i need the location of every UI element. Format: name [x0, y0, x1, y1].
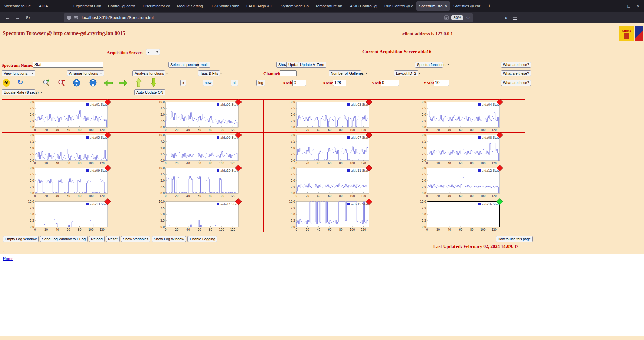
site-permissions-icon[interactable] — [74, 15, 79, 20]
unzoom-x-icon[interactable] — [73, 79, 80, 87]
zero-button[interactable]: Zero — [315, 62, 326, 68]
acquisition-servers-select[interactable]: - — [146, 49, 160, 55]
svg-text:80: 80 — [470, 228, 474, 231]
view-functions-select[interactable]: View functions — [2, 70, 35, 76]
spectrum-panel-aida12[interactable]: 10.07.55.02.50.0020406080100120aida12 St… — [394, 166, 525, 199]
browser-tab-7[interactable]: FADC Align & C — [244, 1, 277, 11]
what-are-these-button-3[interactable]: What are these? — [501, 80, 531, 86]
url-bar[interactable]: localhost:8015/Spectrum/Spectrum.tml 80%… — [64, 13, 473, 22]
log-button-5[interactable]: Show Log Window — [152, 236, 186, 242]
how-to-use-button[interactable]: How to use this page — [496, 236, 533, 242]
new-button[interactable]: new — [203, 80, 213, 86]
radiation-icon[interactable]: ☢ — [3, 79, 10, 87]
log-button-4[interactable]: Show Variables — [121, 236, 151, 242]
tags-fits-select[interactable]: Tags & Fits — [198, 70, 220, 76]
all-button[interactable]: all — [231, 80, 238, 86]
zoom-indicator[interactable]: 80% — [451, 15, 463, 20]
pan-right-icon[interactable] — [119, 80, 128, 86]
spectrum-panel-aida09[interactable]: 10.07.55.02.50.0020406080100120aida09 St… — [2, 166, 133, 199]
pan-down-icon[interactable] — [151, 78, 157, 87]
log-button-2[interactable]: Reload — [89, 236, 105, 242]
browser-tab-1[interactable]: AIDA — [36, 1, 70, 11]
browser-tab-8[interactable]: System wide Ch — [278, 1, 312, 11]
log-button-3[interactable]: Reset — [106, 236, 120, 242]
spectrum-panel-aida11[interactable]: 10.07.55.02.50.0020406080100120aida11 St… — [264, 166, 394, 199]
bookmark-star-icon[interactable]: ☆ — [466, 15, 470, 20]
what-are-these-button-1[interactable]: What are these? — [501, 62, 531, 68]
x-button[interactable]: x — [180, 80, 186, 86]
browser-tab-13[interactable]: Statistics @ car — [451, 1, 485, 11]
xmin-input[interactable] — [292, 80, 306, 86]
browser-tab-0[interactable]: Welcome to Ce — [2, 1, 36, 11]
browser-tab-9[interactable]: Temperature an — [313, 1, 346, 11]
spectrum-name-input[interactable] — [33, 62, 103, 68]
spectrum-panel-aida01[interactable]: 10.07.55.02.50.0020406080100120aida01 St… — [2, 100, 133, 133]
zoom-out-icon[interactable] — [58, 79, 65, 87]
browser-tab-10[interactable]: ASIC Control @ — [347, 1, 381, 11]
spectrum-panel-aida02[interactable]: 10.07.55.02.50.0020406080100120aida02 St… — [133, 100, 264, 133]
unzoom-y-icon[interactable] — [89, 79, 97, 87]
arrange-functions-select[interactable]: Arrange functions — [67, 70, 104, 76]
svg-text:80: 80 — [339, 195, 343, 198]
toolbar-overflow-icon[interactable]: » — [505, 15, 508, 21]
browser-tab-12[interactable]: Spectrum Bro× — [416, 1, 450, 11]
log-button-0[interactable]: Empty Log Window — [3, 236, 39, 242]
analysis-functions-select[interactable]: Analysis functions — [132, 70, 165, 76]
back-icon[interactable]: ← — [3, 15, 13, 21]
select-spectrum-dropdown[interactable]: Select a spectrum — [168, 62, 197, 68]
multi-button[interactable]: multi — [199, 62, 210, 68]
spectrum-panel-aida13[interactable]: 10.07.55.02.50.0020406080100120aida13 St… — [2, 199, 133, 232]
tab-close-icon[interactable]: × — [445, 4, 447, 9]
spectrum-panel-aida06[interactable]: 10.07.55.02.50.0020406080100120aida06 St… — [133, 133, 264, 166]
refresh-spectra-icon[interactable]: ↻ — [17, 78, 23, 87]
zoom-in-icon[interactable] — [42, 79, 50, 87]
reload-icon[interactable]: ↻ — [23, 15, 33, 21]
close-icon[interactable]: × — [637, 4, 639, 9]
svg-text:5.0: 5.0 — [291, 179, 296, 182]
browser-tab-4[interactable]: Discriminator co — [140, 1, 174, 11]
svg-text:2.5: 2.5 — [30, 119, 34, 122]
what-are-these-button-2[interactable]: What are these? — [501, 70, 531, 76]
spectra-functions-select[interactable]: Spectra functions — [415, 62, 443, 68]
ymax-input[interactable] — [434, 80, 449, 86]
channel-input[interactable] — [280, 70, 297, 76]
pan-left-icon[interactable] — [104, 80, 113, 86]
pan-up-icon[interactable] — [136, 78, 142, 87]
reader-view-icon[interactable] — [444, 15, 449, 20]
minimize-icon[interactable]: − — [618, 4, 621, 9]
spectrum-panel-aida08[interactable]: 10.07.55.02.50.0020406080100120aida08 St… — [394, 133, 525, 166]
current-acquisition-server: Current Acquisition Server aida16 — [362, 49, 431, 55]
spectrum-panel-aida16[interactable]: 10.07.55.02.50.0020406080100120aida16 St… — [394, 199, 525, 232]
maximize-icon[interactable]: □ — [628, 4, 630, 9]
menu-icon[interactable]: ☰ — [513, 15, 517, 21]
log-button-1[interactable]: Send Log Window to ELog — [40, 236, 88, 242]
forward-icon[interactable]: → — [13, 15, 23, 21]
browser-tab-5[interactable]: Module Setting — [174, 1, 208, 11]
svg-text:40: 40 — [448, 162, 451, 165]
spectrum-panel-aida04[interactable]: 10.07.55.02.50.0020406080100120aida04 St… — [394, 100, 525, 133]
log-button-6[interactable]: Enable Logging — [187, 236, 217, 242]
svg-text:60: 60 — [67, 228, 70, 231]
svg-text:10.0: 10.0 — [420, 167, 426, 170]
browser-tab-6[interactable]: GSI White Rabb — [209, 1, 243, 11]
xmax-input[interactable] — [333, 80, 346, 86]
spectrum-panel-aida05[interactable]: 10.07.55.02.50.0020406080100120aida05 St… — [2, 133, 133, 166]
svg-text:100: 100 — [350, 162, 355, 165]
spectrum-panel-aida14[interactable]: 10.07.55.02.50.0020406080100120aida14 St… — [133, 199, 264, 232]
spectrum-panel-aida03[interactable]: 10.07.55.02.50.0020406080100120aida03 St… — [264, 100, 394, 133]
spectrum-panel-aida07[interactable]: 10.07.55.02.50.0020406080100120aida07 St… — [264, 133, 394, 166]
spectrum-panel-aida15[interactable]: 10.07.55.02.50.0020406080100120aida15 St… — [264, 199, 394, 232]
log-button[interactable]: log — [256, 80, 265, 86]
new-tab-button[interactable]: + — [485, 3, 494, 9]
spectrum-panel-aida10[interactable]: 10.07.55.02.50.0020406080100120aida10 St… — [133, 166, 264, 199]
auto-update-button[interactable]: Auto Update ON — [134, 89, 165, 95]
browser-tab-2[interactable]: Experiment Con — [71, 1, 105, 11]
ymin-input[interactable] — [381, 80, 399, 86]
layout-id-select[interactable]: Layout ID=2 — [394, 70, 418, 76]
home-link[interactable]: Home — [3, 256, 13, 261]
number-of-galleries-select[interactable]: Number of Galleries — [329, 70, 361, 76]
shield-icon[interactable] — [67, 15, 71, 20]
browser-tab-11[interactable]: Run Control @ c — [382, 1, 416, 11]
browser-tab-3[interactable]: Control @ carm — [105, 1, 139, 11]
update-rate-select[interactable]: Update Rate (8 secs) — [2, 89, 35, 95]
